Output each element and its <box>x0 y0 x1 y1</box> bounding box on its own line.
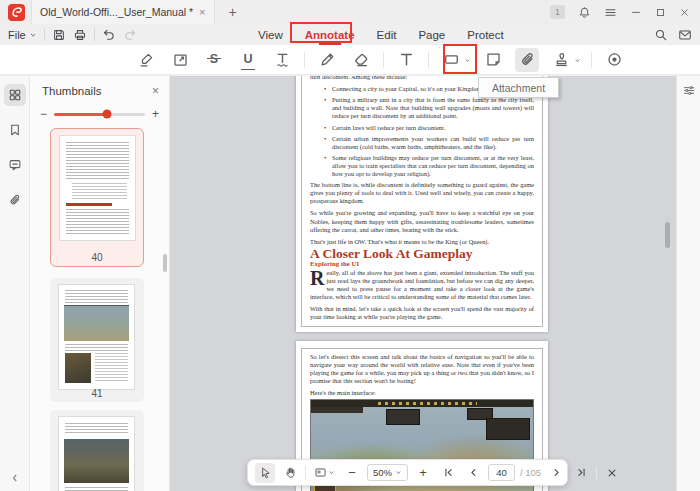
sidebar-attachments-icon[interactable] <box>4 189 26 211</box>
thumbnail-page-number: 40 <box>51 252 143 263</box>
first-page-button[interactable] <box>438 463 458 483</box>
bullet-item: Certain laws will reduce per turn discon… <box>324 124 534 132</box>
page-total: 105 <box>525 467 541 478</box>
divider <box>305 466 306 480</box>
thumbnail-zoom-in-button[interactable]: + <box>152 108 159 120</box>
strikethrough-tool-icon[interactable]: S <box>202 48 226 72</box>
thumbnails-scrollbar[interactable] <box>163 254 167 272</box>
paragraph: That's just life in OW. That's what it m… <box>310 238 534 246</box>
print-icon[interactable] <box>73 28 87 42</box>
sidebar-thumbnails-icon[interactable] <box>4 84 26 106</box>
divider <box>383 52 384 68</box>
zoom-level-dropdown[interactable]: 50% <box>367 464 408 481</box>
paragraph: So let's dissect this screen and talk ab… <box>310 353 534 385</box>
attachment-tooltip: Attachment <box>478 77 559 98</box>
last-page-button[interactable] <box>571 463 591 483</box>
window-minimize-button[interactable] <box>630 6 642 18</box>
page-separator: / <box>520 467 523 478</box>
left-sidebar-rail <box>0 76 30 491</box>
divider <box>304 52 305 68</box>
zoom-out-button[interactable]: − <box>342 463 362 483</box>
app-logo-icon <box>8 4 25 21</box>
attachment-tool-icon[interactable] <box>515 48 539 72</box>
squiggly-underline-tool-icon[interactable] <box>270 48 294 72</box>
eraser-tool-icon[interactable] <box>349 48 373 72</box>
sidebar-bookmarks-icon[interactable] <box>4 119 26 141</box>
properties-sliders-icon[interactable] <box>682 84 695 97</box>
right-panel-strip <box>676 76 700 491</box>
tab-page[interactable]: Page <box>418 29 445 41</box>
game-hud-panel <box>486 418 530 440</box>
tab-protect[interactable]: Protect <box>467 29 503 41</box>
zoom-level-value: 50% <box>373 467 392 478</box>
undo-icon[interactable] <box>102 28 116 42</box>
mail-icon[interactable] <box>678 28 692 42</box>
search-icon[interactable] <box>654 28 668 42</box>
stamp-tool-icon[interactable] <box>549 48 573 72</box>
pencil-tool-icon[interactable] <box>315 48 339 72</box>
section-heading: A Closer Look At Gameplay <box>310 250 534 258</box>
thumbnail-page-42-partial[interactable] <box>50 410 144 491</box>
paragraph: The bottom line is, while discontent is … <box>310 181 534 205</box>
lead-paragraph: Really, all of the above has just been a… <box>310 269 534 301</box>
paragraph: Here's the main interface: <box>310 389 534 397</box>
divider <box>44 28 45 41</box>
thumbnails-close-icon[interactable]: × <box>152 84 159 98</box>
thumbnails-panel: Thumbnails × − + 40 <box>30 76 170 491</box>
hand-pan-button[interactable] <box>280 463 300 483</box>
sticky-note-tool-icon[interactable] <box>481 48 505 72</box>
document-viewport[interactable]: The good news is that the game provides … <box>170 76 676 491</box>
divider <box>596 466 597 480</box>
chevron-down-icon <box>328 469 335 476</box>
new-tab-button[interactable]: + <box>225 4 241 20</box>
divider <box>94 28 95 41</box>
notification-badge[interactable]: 1 <box>550 5 565 19</box>
game-hud-panel <box>386 409 420 425</box>
document-scrollbar[interactable] <box>665 222 670 248</box>
thumbnail-page-40[interactable]: 40 <box>50 128 144 267</box>
thumbnail-page-41[interactable]: 41 <box>50 278 144 402</box>
annotate-highlight-box <box>290 22 352 43</box>
underline-tool-icon[interactable]: U <box>236 48 260 72</box>
chevron-down-icon <box>395 469 402 476</box>
next-page-button[interactable] <box>546 463 566 483</box>
document-tab[interactable]: Old_World-Offi..._User_Manual * × <box>31 0 215 24</box>
tab-view[interactable]: View <box>258 29 283 41</box>
paragraph: The image you see below was taken at gam… <box>310 326 534 327</box>
text-comment-tool-icon[interactable] <box>394 48 418 72</box>
show-annotations-eye-icon[interactable] <box>602 48 626 72</box>
thumbnails-panel-title: Thumbnails <box>42 85 101 97</box>
window-maximize-button[interactable] <box>655 7 666 18</box>
section-subheading: Exploring the UI <box>310 260 534 268</box>
tab-edit[interactable]: Edit <box>377 29 397 41</box>
annotate-toolbar: S U <box>0 45 700 75</box>
thumbnail-page-40-preview <box>59 135 136 241</box>
sidebar-comments-icon[interactable] <box>4 154 26 176</box>
page-number-input[interactable] <box>488 464 515 481</box>
menu-hamburger-icon[interactable] <box>604 6 617 19</box>
highlight-tool-icon[interactable] <box>134 48 158 72</box>
thumbnail-page-42-preview <box>58 416 135 491</box>
zoom-in-button[interactable]: + <box>413 463 433 483</box>
bullet-item: Certain urban improvements your workers … <box>324 135 534 151</box>
previous-page-button[interactable] <box>463 463 483 483</box>
thumbnail-zoom-out-button[interactable]: − <box>40 108 47 120</box>
file-menu-button[interactable]: File <box>8 29 37 41</box>
tab-close-icon[interactable]: × <box>199 6 205 18</box>
paragraph: With that in mind, let's take a quick lo… <box>310 305 534 321</box>
app-window: Old_World-Offi..._User_Manual * × + 1 <box>0 0 700 491</box>
game-hud-panel <box>311 407 363 413</box>
select-cursor-button[interactable] <box>255 463 275 483</box>
toolbar-close-button[interactable] <box>602 463 622 483</box>
sidebar-collapse-chevron-icon[interactable] <box>0 473 30 483</box>
bell-icon[interactable] <box>578 6 591 19</box>
slider-track[interactable] <box>54 113 145 116</box>
save-icon[interactable] <box>52 28 66 42</box>
page-view-mode-button[interactable] <box>311 463 337 483</box>
redo-icon[interactable] <box>123 28 137 42</box>
slider-thumb[interactable] <box>102 110 111 119</box>
attachment-highlight-box <box>443 44 477 74</box>
area-highlight-tool-icon[interactable] <box>168 48 192 72</box>
bullet-item: Putting a military unit in a city that i… <box>324 96 534 120</box>
window-close-button[interactable] <box>679 7 690 18</box>
